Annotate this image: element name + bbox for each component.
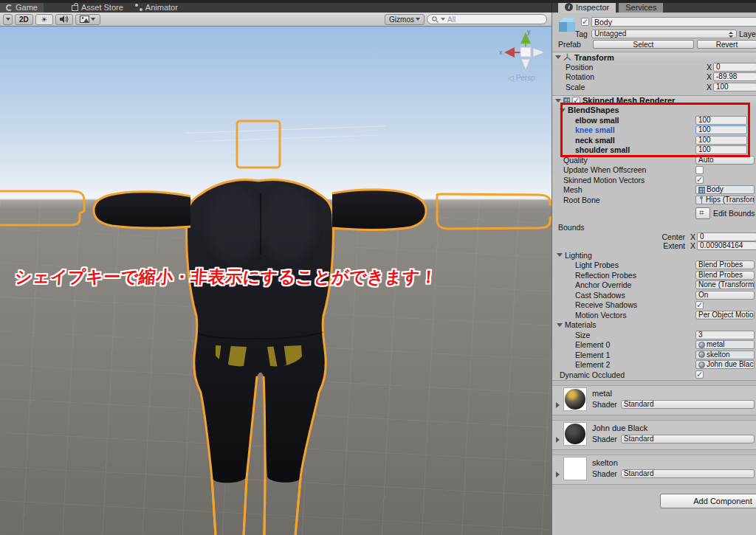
gameobject-name-field[interactable]: Body bbox=[591, 17, 756, 27]
smr-enabled-checkbox[interactable] bbox=[572, 97, 580, 105]
skinned-motion-vectors-checkbox[interactable] bbox=[695, 176, 704, 184]
bounds-extent-x-field[interactable]: 0.009084164 bbox=[697, 241, 756, 250]
john-due-black-material-thumbnail[interactable] bbox=[564, 423, 586, 445]
cast-shadows-dropdown[interactable]: On bbox=[695, 291, 755, 300]
shader-dropdown[interactable]: Standard bbox=[621, 400, 755, 409]
receive-shadows-label: Receive Shadows bbox=[575, 300, 637, 309]
reflection-probes-row: Reflection Probes Blend Probes bbox=[552, 270, 756, 280]
scene-viewport[interactable]: y x ◁ Persp シェイプキーで縮小・非表示にすることができます！ bbox=[0, 27, 551, 535]
lighting-toggle-button[interactable]: ☀ bbox=[35, 14, 53, 25]
receive-shadows-checkbox[interactable] bbox=[695, 301, 704, 309]
tab-services[interactable]: Services bbox=[619, 1, 663, 13]
element1-object-field[interactable]: skelton bbox=[695, 351, 755, 359]
search-input[interactable]: All bbox=[427, 14, 547, 24]
element0-object-field[interactable]: metal bbox=[695, 340, 755, 349]
tab-game[interactable]: Game bbox=[0, 2, 44, 13]
blendshape-neck-small-field[interactable]: 100 bbox=[695, 136, 747, 145]
shader-dropdown[interactable]: Standard bbox=[621, 435, 755, 443]
gameobject-enabled-checkbox[interactable] bbox=[581, 18, 589, 26]
lighting-foldout-row[interactable]: Lighting bbox=[552, 250, 756, 260]
quality-dropdown[interactable]: Auto bbox=[695, 156, 755, 165]
foldout-icon[interactable] bbox=[555, 99, 561, 103]
position-x-field[interactable]: 0 bbox=[713, 63, 756, 72]
scene-orientation-gizmo[interactable]: y x bbox=[499, 28, 545, 70]
inspector-info-icon: i bbox=[565, 3, 573, 11]
rotation-x-field[interactable]: -89.98 bbox=[713, 72, 756, 81]
transform-position-row: Position X 0 bbox=[552, 62, 756, 72]
foldout-icon[interactable] bbox=[560, 108, 566, 112]
tab-animator[interactable]: Animator bbox=[129, 2, 184, 13]
gizmos-dropdown[interactable]: Gizmos bbox=[385, 14, 425, 25]
blendshape-knee-small-field[interactable]: 100 bbox=[695, 125, 747, 134]
cast-shadows-label: Cast Shadows bbox=[575, 291, 625, 300]
blendshapes-foldout-row[interactable]: BlendShapes bbox=[552, 106, 756, 116]
prefab-revert-button[interactable]: Revert bbox=[697, 40, 756, 49]
edit-bounds-button[interactable]: Edit Bounds bbox=[695, 207, 755, 220]
lighting-title: Lighting bbox=[565, 251, 592, 260]
dynamic-occluded-checkbox[interactable] bbox=[695, 370, 704, 379]
gizmo-right-cone[interactable] bbox=[533, 48, 545, 57]
update-when-offscreen-checkbox[interactable] bbox=[695, 166, 704, 174]
bounds-center-label: Center bbox=[639, 232, 685, 241]
shader-dropdown[interactable]: Standard bbox=[621, 469, 755, 478]
foldout-icon[interactable] bbox=[556, 472, 560, 477]
draw-mode-dropdown[interactable] bbox=[3, 14, 13, 25]
asset-store-icon bbox=[72, 5, 78, 11]
root-bone-object-field[interactable]: Hips (Transform) bbox=[695, 196, 755, 204]
metal-material-thumbnail[interactable] bbox=[564, 388, 586, 410]
tab-asset-store-label: Asset Store bbox=[81, 3, 123, 12]
foldout-icon[interactable] bbox=[557, 253, 563, 257]
materials-foldout-row[interactable]: Materials bbox=[552, 320, 756, 331]
mesh-object-field[interactable]: Body bbox=[695, 185, 755, 194]
foldout-icon[interactable] bbox=[556, 402, 560, 408]
foldout-icon[interactable] bbox=[557, 323, 563, 327]
foldout-icon[interactable] bbox=[556, 437, 560, 443]
material-sphere-icon bbox=[698, 362, 705, 368]
material-separator bbox=[552, 380, 756, 385]
add-component-button[interactable]: Add Component bbox=[660, 494, 756, 508]
element2-object-field[interactable]: John due Black bbox=[695, 360, 755, 369]
reflection-probes-dropdown[interactable]: Blend Probes bbox=[695, 271, 755, 280]
mesh-icon bbox=[698, 187, 705, 193]
skelton-material-thumbnail[interactable] bbox=[564, 458, 586, 480]
transform-header[interactable]: Transform bbox=[552, 52, 756, 62]
2d-toggle-button[interactable]: 2D bbox=[15, 14, 33, 25]
root-bone-value: Hips (Transform) bbox=[706, 196, 755, 204]
light-probes-dropdown[interactable]: Blend Probes bbox=[695, 260, 755, 269]
gameobject-header: Body Tag Untagged Layer Prefab Select Re… bbox=[552, 13, 756, 52]
tab-asset-store[interactable]: Asset Store bbox=[66, 2, 129, 13]
inspector-panel: Body Tag Untagged Layer Prefab Select Re… bbox=[551, 13, 756, 535]
quality-label: Quality bbox=[563, 156, 588, 165]
blendshape-shoulder-small-field[interactable]: 100 bbox=[695, 145, 747, 154]
motion-vectors-dropdown[interactable]: Per Object Motion bbox=[695, 311, 755, 320]
materials-size-field[interactable]: 3 bbox=[695, 331, 755, 339]
perspective-toggle[interactable]: ◁ Persp bbox=[508, 74, 535, 82]
update-when-offscreen-row: Update When Offscreen bbox=[552, 165, 756, 176]
gizmo-center-cube[interactable] bbox=[520, 47, 531, 57]
gizmo-down-cone[interactable] bbox=[521, 59, 530, 70]
skinned-mesh-renderer-header[interactable]: Skinned Mesh Renderer bbox=[552, 95, 756, 106]
tab-inspector[interactable]: i Inspector bbox=[558, 1, 616, 13]
blendshape-elbow-small-field[interactable]: 100 bbox=[695, 116, 747, 125]
motion-vectors-row: Motion Vectors Per Object Motion bbox=[552, 310, 756, 320]
material-preview-metal: metal Shader Standard bbox=[552, 385, 756, 415]
foldout-icon[interactable] bbox=[555, 55, 561, 59]
prefab-select-button[interactable]: Select bbox=[593, 40, 694, 49]
tag-dropdown[interactable]: Untagged bbox=[591, 30, 737, 38]
material-element0-row: Element 0 metal bbox=[552, 340, 756, 351]
cast-shadows-row: Cast Shadows On bbox=[552, 290, 756, 300]
shader-label: Shader bbox=[592, 435, 617, 443]
game-view-icon bbox=[6, 4, 13, 11]
bounds-center-row: Center X 0 bbox=[552, 232, 756, 241]
rotation-x-axis-label: X bbox=[707, 72, 712, 81]
gizmo-x-axis-cone[interactable] bbox=[504, 47, 515, 58]
right-pec-shading bbox=[260, 190, 316, 260]
motion-vectors-label: Motion Vectors bbox=[575, 311, 626, 320]
effects-dropdown-button[interactable] bbox=[75, 14, 100, 25]
material-element2-row: Element 2 John due Black bbox=[552, 360, 756, 370]
anchor-override-field[interactable]: None (Transform) bbox=[695, 280, 755, 289]
gizmos-label: Gizmos bbox=[389, 15, 414, 24]
audio-toggle-button[interactable] bbox=[55, 14, 73, 25]
bounds-center-x-field[interactable]: 0 bbox=[697, 232, 756, 241]
scale-x-field[interactable]: 100 bbox=[713, 83, 756, 92]
